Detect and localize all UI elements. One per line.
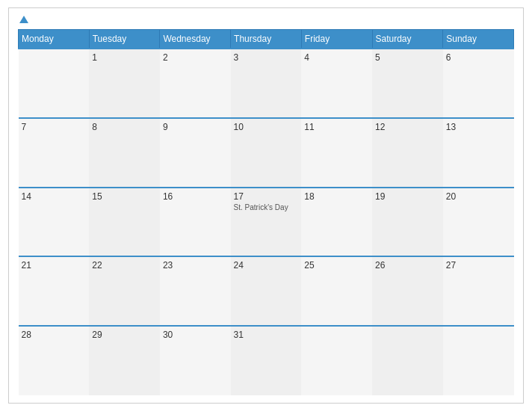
day-header-saturday: Saturday xyxy=(372,30,443,49)
calendar-cell: 15 xyxy=(89,188,160,257)
week-row-1: 78910111213 xyxy=(19,118,514,188)
day-header-friday: Friday xyxy=(301,30,372,49)
calendar-table: MondayTuesdayWednesdayThursdayFridaySatu… xyxy=(18,29,514,395)
day-number: 15 xyxy=(92,191,157,202)
day-header-tuesday: Tuesday xyxy=(89,30,160,49)
calendar-cell: 1 xyxy=(89,49,160,118)
day-number: 10 xyxy=(234,122,299,132)
day-number: 19 xyxy=(375,191,440,202)
calendar-cell: 23 xyxy=(160,256,231,326)
day-number: 11 xyxy=(304,122,369,132)
day-number: 7 xyxy=(22,122,87,132)
day-number: 17 xyxy=(234,191,299,202)
calendar-cell: 22 xyxy=(89,256,160,326)
calendar-cell: 20 xyxy=(443,188,514,257)
logo-triangle-icon xyxy=(19,16,28,23)
calendar-cell: 11 xyxy=(301,118,372,188)
calendar-cell: 4 xyxy=(301,49,372,118)
day-number: 29 xyxy=(92,330,157,340)
day-number: 30 xyxy=(163,330,228,340)
day-number: 8 xyxy=(92,122,157,132)
day-number: 6 xyxy=(446,52,511,63)
week-row-3: 21222324252627 xyxy=(19,256,514,326)
day-number: 26 xyxy=(375,260,440,271)
week-row-0: 123456 xyxy=(19,49,514,118)
calendar-cell xyxy=(372,326,443,395)
calendar-cell xyxy=(443,326,514,395)
calendar-container: MondayTuesdayWednesdayThursdayFridaySatu… xyxy=(8,7,524,404)
calendar-cell xyxy=(301,326,372,395)
day-number: 21 xyxy=(22,260,87,271)
calendar-cell: 12 xyxy=(372,118,443,188)
week-row-4: 28293031 xyxy=(19,326,514,395)
day-number: 16 xyxy=(163,191,228,202)
day-number: 28 xyxy=(22,330,87,340)
day-number: 3 xyxy=(234,52,299,63)
calendar-cell: 26 xyxy=(372,256,443,326)
day-number: 18 xyxy=(304,191,369,202)
calendar-cell: 19 xyxy=(372,188,443,257)
day-number: 24 xyxy=(234,260,299,271)
calendar-cell: 16 xyxy=(160,188,231,257)
day-number: 27 xyxy=(446,260,511,271)
calendar-cell: 24 xyxy=(231,256,302,326)
calendar-cell: 31 xyxy=(231,326,302,395)
week-row-2: 14151617St. Patrick's Day181920 xyxy=(19,188,514,257)
calendar-cell: 5 xyxy=(372,49,443,118)
day-header-thursday: Thursday xyxy=(231,30,302,49)
calendar-cell: 8 xyxy=(89,118,160,188)
calendar-header xyxy=(18,16,514,23)
day-number: 23 xyxy=(163,260,228,271)
calendar-cell: 6 xyxy=(443,49,514,118)
day-number: 22 xyxy=(92,260,157,271)
calendar-cell: 7 xyxy=(19,118,90,188)
calendar-cell: 2 xyxy=(160,49,231,118)
day-header-monday: Monday xyxy=(19,30,90,49)
days-header-row: MondayTuesdayWednesdayThursdayFridaySatu… xyxy=(19,30,514,49)
calendar-cell: 30 xyxy=(160,326,231,395)
day-number: 31 xyxy=(234,330,299,340)
calendar-cell: 17St. Patrick's Day xyxy=(231,188,302,257)
day-number: 12 xyxy=(375,122,440,132)
calendar-cell: 14 xyxy=(19,188,90,257)
calendar-cell: 18 xyxy=(301,188,372,257)
day-header-sunday: Sunday xyxy=(443,30,514,49)
calendar-cell: 3 xyxy=(231,49,302,118)
day-number: 4 xyxy=(304,52,369,63)
day-number: 20 xyxy=(446,191,511,202)
calendar-cell: 29 xyxy=(89,326,160,395)
calendar-cell: 13 xyxy=(443,118,514,188)
day-number: 1 xyxy=(92,52,157,63)
calendar-cell: 28 xyxy=(19,326,90,395)
day-number: 14 xyxy=(22,191,87,202)
calendar-cell xyxy=(19,49,90,118)
day-number: 13 xyxy=(446,122,511,132)
logo xyxy=(18,16,28,23)
day-number: 5 xyxy=(375,52,440,63)
calendar-cell: 25 xyxy=(301,256,372,326)
day-number: 2 xyxy=(163,52,228,63)
day-number: 9 xyxy=(163,122,228,132)
day-number: 25 xyxy=(304,260,369,271)
calendar-cell: 21 xyxy=(19,256,90,326)
calendar-cell: 27 xyxy=(443,256,514,326)
calendar-cell: 9 xyxy=(160,118,231,188)
calendar-cell: 10 xyxy=(231,118,302,188)
day-header-wednesday: Wednesday xyxy=(160,30,231,49)
holiday-name: St. Patrick's Day xyxy=(234,203,299,211)
